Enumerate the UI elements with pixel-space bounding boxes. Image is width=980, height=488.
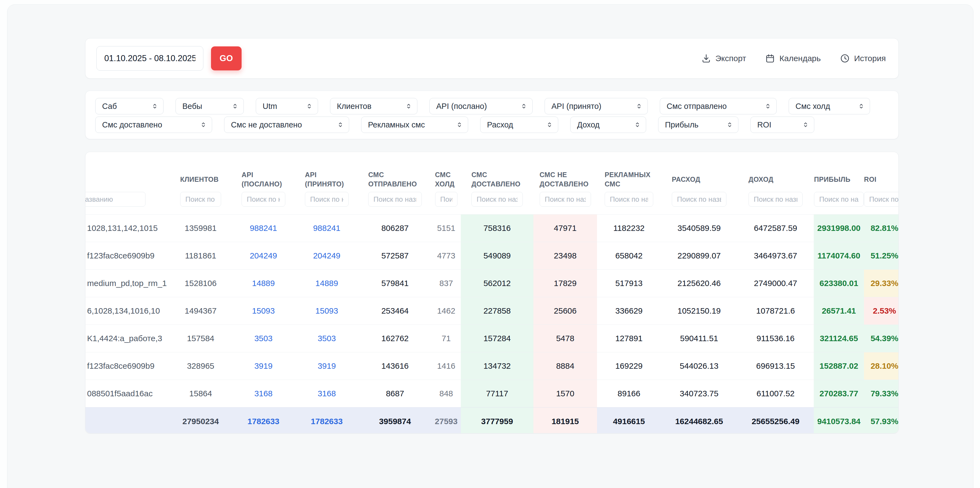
cell-name: medium_pd,top_rm_1 [86, 270, 170, 297]
filter-select-1-2[interactable]: Utm [256, 98, 318, 114]
column-header-api_sent: API (ПОСЛАНО) [232, 152, 295, 214]
cell-api_received[interactable]: 988241 [295, 215, 358, 242]
cell-expense: 544026.13 [661, 352, 737, 380]
cell-clients: 1528106 [170, 270, 232, 297]
chevrons-up-down-icon [802, 121, 809, 128]
column-label-expense: РАСХОД [672, 170, 726, 189]
cell-api_sent[interactable]: 988241 [232, 215, 295, 242]
cell-sms_hold: 71 [431, 325, 461, 352]
chevrons-up-down-icon [546, 121, 553, 128]
filter-select-1-5[interactable]: API (принято) [545, 98, 648, 114]
cell-roi: 51.25% [864, 242, 898, 269]
search-input-sms_hold[interactable] [435, 192, 458, 207]
column-label-api_received: API (ПРИНЯТО) [305, 170, 348, 189]
column-header-api_received: API (ПРИНЯТО) [295, 152, 358, 214]
cell-sms_sent: 253464 [358, 297, 431, 324]
cell-clients: 27950234 [170, 407, 232, 433]
filter-select-label: Смс холд [795, 102, 830, 111]
cell-income: 611007.52 [737, 380, 814, 407]
search-input-api_sent[interactable] [242, 192, 285, 207]
cell-roi: 28.10% [864, 352, 898, 380]
filter-row-1: СабВебыUtmКлиентовAPI (послано)API (прин… [95, 98, 889, 114]
column-label-income: ДОХОД [749, 170, 803, 189]
cell-api_received[interactable]: 3168 [295, 380, 358, 407]
search-input-sms_delivered[interactable] [471, 192, 523, 207]
cell-name: 088501f5aad16ac [86, 380, 170, 407]
filter-select-1-3[interactable]: Клиентов [330, 98, 417, 114]
cell-api_received[interactable]: 204249 [295, 242, 358, 269]
cell-api_sent[interactable]: 3168 [232, 380, 295, 407]
cell-expense: 340723.75 [661, 380, 737, 407]
cell-sms_undelivered: 1570 [533, 380, 597, 407]
date-range-input[interactable] [96, 46, 204, 71]
cell-sms_delivered: 77117 [461, 380, 533, 407]
cell-api_sent[interactable]: 1782633 [232, 407, 295, 433]
cell-sms_delivered: 562012 [461, 270, 533, 297]
filter-select-2-5[interactable]: Прибыль [658, 116, 738, 133]
cell-api_sent[interactable]: 204249 [232, 242, 295, 269]
history-button[interactable]: История [838, 53, 888, 64]
chevrons-up-down-icon [306, 103, 313, 110]
filter-select-1-7[interactable]: Смс холд [789, 98, 870, 114]
cell-api_received[interactable]: 3919 [295, 352, 358, 380]
cell-api_sent[interactable]: 3919 [232, 352, 295, 380]
search-input-ad_sms[interactable] [605, 192, 653, 207]
column-header-expense: РАСХОД [661, 152, 737, 214]
filter-select-2-3[interactable]: Расход [480, 116, 558, 133]
search-input-clients[interactable] [180, 192, 221, 207]
search-input-expense[interactable] [672, 192, 726, 207]
cell-api_sent[interactable]: 15093 [232, 297, 295, 324]
cell-sms_hold: 1416 [431, 352, 461, 380]
cell-sms_delivered: 3777959 [461, 407, 533, 433]
column-label-ad_sms: РЕКЛАМНЫХ СМС [605, 170, 653, 189]
cell-api_sent[interactable]: 14889 [232, 270, 295, 297]
cell-ad_sms: 1182232 [597, 215, 661, 242]
cell-sms_delivered: 157284 [461, 325, 533, 352]
chevrons-up-down-icon [634, 121, 641, 128]
search-input-income[interactable] [749, 192, 803, 207]
cell-expense: 1052150.19 [661, 297, 737, 324]
filter-select-1-1[interactable]: Вебы [175, 98, 244, 114]
filter-select-2-0[interactable]: Смс доставлено [95, 116, 212, 133]
cell-api_received[interactable]: 15093 [295, 297, 358, 324]
filter-select-1-0[interactable]: Саб [95, 98, 164, 114]
calendar-button[interactable]: Календарь [764, 53, 822, 64]
search-input-api_received[interactable] [305, 192, 348, 207]
search-input-name[interactable] [86, 192, 145, 207]
chevrons-up-down-icon [151, 103, 158, 110]
cell-roi: 2.53% [864, 297, 898, 324]
chevrons-up-down-icon [520, 103, 527, 110]
history-icon [840, 54, 850, 63]
search-input-roi[interactable] [864, 192, 898, 207]
search-input-sms_sent[interactable] [368, 192, 422, 207]
cell-expense: 3540589.59 [661, 215, 737, 242]
cell-api_sent[interactable]: 3503 [232, 325, 295, 352]
cell-sms_undelivered: 23498 [533, 242, 597, 269]
cell-profit: 321124.65 [814, 325, 864, 352]
cell-income: 25655256.49 [737, 407, 814, 433]
cell-api_received[interactable]: 14889 [295, 270, 358, 297]
filter-select-1-6[interactable]: Смс отправлено [660, 98, 776, 114]
chevrons-up-down-icon [456, 121, 463, 128]
filter-select-2-1[interactable]: Смс не доставлено [224, 116, 349, 133]
filter-select-2-4[interactable]: Доход [570, 116, 646, 133]
search-input-profit[interactable] [814, 192, 864, 207]
filter-select-2-6[interactable]: ROI [751, 116, 814, 133]
filter-select-2-2[interactable]: Рекламных смс [361, 116, 468, 133]
filter-select-1-4[interactable]: API (послано) [430, 98, 533, 114]
cell-api_received[interactable]: 3503 [295, 325, 358, 352]
cell-sms_sent: 806287 [358, 215, 431, 242]
table-row: 1028,131,142,101513599819882419882418062… [86, 214, 898, 242]
filters-card: СабВебыUtmКлиентовAPI (послано)API (прин… [85, 91, 899, 139]
filter-select-label: Прибыль [665, 120, 698, 129]
cell-api_received[interactable]: 1782633 [295, 407, 358, 433]
column-label-sms_undelivered: СМС НЕ ДОСТАВЛЕНО [540, 170, 591, 189]
cell-roi: 79.33% [864, 380, 898, 407]
cell-clients: 1181861 [170, 242, 232, 269]
export-button[interactable]: Экспорт [700, 53, 748, 64]
table-horizontal-scroll[interactable]: КЛИЕНТОВAPI (ПОСЛАНО)API (ПРИНЯТО)СМС ОТ… [86, 152, 898, 433]
go-button[interactable]: GO [211, 46, 242, 70]
chevrons-up-down-icon [200, 121, 207, 128]
totals-row: 2795023417826331782633395987427593377795… [86, 407, 898, 433]
search-input-sms_undelivered[interactable] [540, 192, 591, 207]
